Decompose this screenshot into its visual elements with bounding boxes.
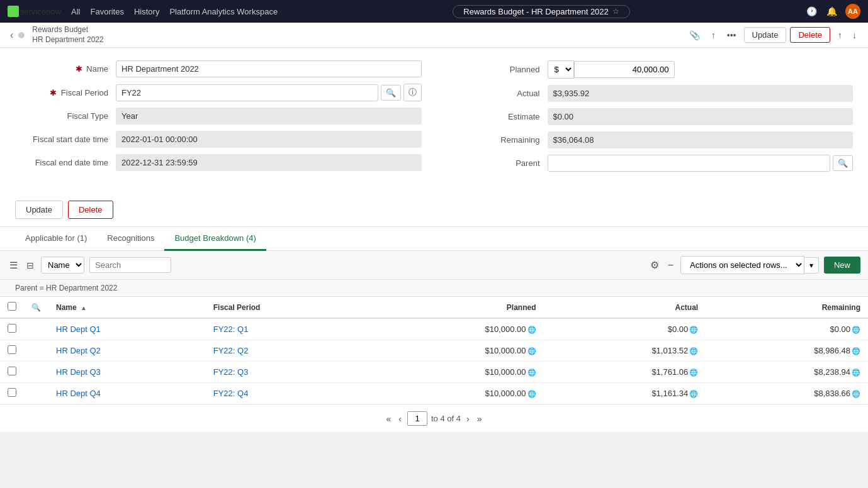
form-left-column: ✱ Name ✱ Fiscal Period 🔍 ⓘ: [15, 60, 422, 178]
row-fiscal-link-3[interactable]: FY22: Q4: [213, 389, 249, 398]
row-checkbox-cell: [0, 318, 24, 340]
col-header-planned[interactable]: Planned: [369, 297, 544, 318]
planned-input[interactable]: [574, 61, 675, 78]
row-fiscal-link-1[interactable]: FY22: Q2: [213, 346, 249, 355]
settings-icon[interactable]: ⚙: [648, 257, 661, 273]
share-icon[interactable]: ↑: [707, 28, 719, 43]
parent-label: Parent: [447, 158, 548, 168]
pagination: « ‹ to 4 of 4 › »: [0, 404, 868, 432]
row-checkbox-2[interactable]: [8, 367, 16, 375]
breadcrumb-line1: Rewards Budget: [32, 25, 103, 35]
actions-dropdown-arrow[interactable]: ▾: [804, 257, 819, 274]
col-header-name[interactable]: Name ▲: [48, 297, 206, 318]
currency-select[interactable]: $: [548, 60, 574, 79]
servicenow-logo[interactable]: servicenow: [8, 6, 61, 17]
row-fiscal-link-2[interactable]: FY22: Q3: [213, 367, 249, 377]
filter-icon[interactable]: ⊟: [25, 258, 36, 272]
top-navigation: servicenow All Favorites History Platfor…: [0, 0, 868, 23]
delete-button[interactable]: Delete: [68, 201, 113, 219]
actual-value: $3,935.92: [548, 85, 854, 102]
row-checkbox-cell: [0, 340, 24, 362]
nav-arrows: ↑ ↓: [834, 28, 860, 43]
remaining-row: Remaining $36,064.08: [447, 131, 854, 148]
search-input[interactable]: [89, 257, 171, 273]
actions-select[interactable]: Actions on selected rows...: [680, 256, 804, 274]
row-checkbox-3[interactable]: [8, 388, 16, 397]
fiscal-period-row: ✱ Fiscal Period 🔍 ⓘ: [15, 84, 422, 101]
actual-label: Actual: [447, 89, 548, 98]
row-name-link-2[interactable]: HR Dept Q3: [56, 367, 101, 377]
row-name-link-0[interactable]: HR Dept Q1: [56, 324, 101, 334]
col-header-actual[interactable]: Actual: [544, 297, 706, 318]
last-page-button[interactable]: »: [475, 412, 484, 426]
row-name-link-1[interactable]: HR Dept Q2: [56, 346, 101, 355]
row-name-3: HR Dept Q4: [48, 383, 206, 404]
toolbar-right: ⚙ − Actions on selected rows... ▾ New: [648, 256, 860, 274]
new-button[interactable]: New: [824, 257, 860, 274]
estimate-label: Estimate: [447, 112, 548, 121]
next-page-button[interactable]: ›: [465, 412, 471, 426]
tab-budget-breakdown[interactable]: Budget Breakdown (4): [164, 227, 266, 251]
hamburger-icon[interactable]: ☰: [8, 258, 20, 273]
filter-label: Parent = HR Department 2022: [0, 280, 868, 297]
header-update-button[interactable]: Update: [744, 27, 787, 43]
estimate-control: $0.00: [548, 108, 854, 125]
page-title-text: Rewards Budget - HR Department 2022: [463, 7, 609, 16]
row-fiscal-link-0[interactable]: FY22: Q1: [213, 324, 249, 334]
bell-icon[interactable]: 🔔: [825, 5, 838, 18]
row-name-1: HR Dept Q2: [48, 340, 206, 362]
tab-recognitions[interactable]: Recognitions: [97, 227, 164, 251]
fiscal-period-search-icon[interactable]: 🔍: [381, 85, 401, 101]
fiscal-start-control: 2022-01-01 00:00:00: [116, 131, 422, 148]
fiscal-period-info-icon[interactable]: ⓘ: [403, 84, 422, 101]
attachment-icon[interactable]: 📎: [685, 28, 704, 43]
estimate-value: $0.00: [548, 108, 854, 125]
header-delete-button[interactable]: Delete: [790, 27, 830, 43]
search-col-icon[interactable]: 🔍: [31, 303, 41, 312]
back-button[interactable]: ‹: [8, 27, 16, 43]
name-input[interactable]: [116, 60, 422, 77]
col-header-fiscal[interactable]: Fiscal Period: [206, 297, 369, 318]
favorite-star-icon[interactable]: ☆: [612, 7, 619, 16]
planned-label: Planned: [447, 65, 548, 74]
clock-icon[interactable]: 🕐: [805, 5, 818, 18]
remaining-control: $36,064.08: [548, 131, 854, 148]
actual-globe-icon-3: 🌐: [689, 390, 698, 397]
actual-globe-icon-1: 🌐: [689, 347, 698, 355]
row-actual-2: $1,761.06🌐: [544, 362, 706, 383]
breadcrumb-line2: HR Department 2022: [32, 35, 103, 45]
row-remaining-3: $8,838.66🌐: [706, 383, 868, 404]
collapse-icon[interactable]: −: [666, 258, 675, 273]
avatar[interactable]: AA: [845, 4, 860, 19]
parent-search-icon[interactable]: 🔍: [833, 155, 853, 171]
col-header-remaining[interactable]: Remaining: [706, 297, 868, 318]
planned-globe-icon-1: 🌐: [527, 347, 536, 355]
nav-dots[interactable]: [18, 32, 25, 38]
row-checkbox-1[interactable]: [8, 345, 16, 354]
nav-platform-analytics[interactable]: Platform Analytics Workspace: [169, 7, 278, 16]
row-name-link-3[interactable]: HR Dept Q4: [56, 389, 101, 398]
table-row: HR Dept Q4 FY22: Q4 $10,000.00🌐 $1,161.3…: [0, 383, 868, 404]
update-button[interactable]: Update: [15, 201, 63, 219]
fiscal-period-input[interactable]: [116, 84, 378, 101]
fiscal-type-label: Fiscal Type: [15, 111, 116, 121]
more-options-icon[interactable]: •••: [723, 28, 740, 43]
tabs-container: Applicable for (1) Recognitions Budget B…: [0, 226, 868, 432]
remaining-globe-icon-0: 🌐: [852, 326, 860, 333]
row-search-cell-2: [24, 362, 48, 383]
parent-input[interactable]: [548, 155, 831, 172]
row-checkbox-0[interactable]: [8, 324, 16, 333]
next-record-icon[interactable]: ↓: [848, 28, 860, 43]
page-number-input[interactable]: [407, 411, 427, 426]
row-actual-0: $0.00🌐: [544, 318, 706, 340]
first-page-button[interactable]: «: [385, 412, 393, 426]
select-all-checkbox[interactable]: [8, 302, 16, 311]
prev-page-button[interactable]: ‹: [397, 412, 403, 426]
prev-record-icon[interactable]: ↑: [834, 28, 846, 43]
nav-favorites[interactable]: Favorites: [90, 7, 123, 16]
nav-history[interactable]: History: [134, 7, 159, 16]
filter-field-select[interactable]: Name: [41, 257, 84, 274]
name-control: [116, 60, 422, 77]
tab-applicable-for[interactable]: Applicable for (1): [15, 227, 97, 251]
nav-all[interactable]: All: [71, 7, 80, 16]
